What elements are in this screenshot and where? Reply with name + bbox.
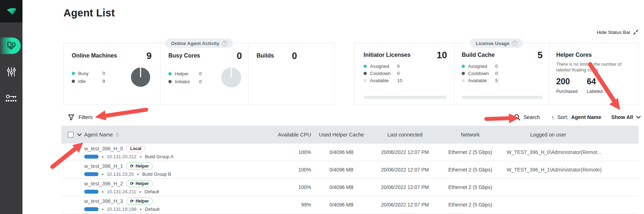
agent-ip: 10.131.23.25 [107, 171, 134, 177]
busy-cores-donut-chart [221, 68, 241, 88]
sort-button[interactable]: ↑↓ Sort: Agent Name [551, 114, 601, 120]
search-label: Search [523, 114, 540, 120]
purchased-label: Purchased [556, 89, 578, 94]
online-agent-activity-panel: Online Agent Activity ? Online Machines … [64, 43, 335, 105]
agent-group: Default [144, 189, 159, 194]
search-button[interactable]: Search [514, 114, 540, 121]
busy-cores-section: Busy Cores 0 Helper 0 Initiator 0 [160, 43, 248, 105]
initiator-dot [168, 80, 172, 83]
sort-direction-icon: ↑↓ [551, 114, 554, 120]
sidebar-item-agents[interactable] [0, 35, 22, 56]
select-all-checkbox[interactable] [68, 132, 73, 138]
sidebar-item-license[interactable] [0, 87, 22, 108]
cell-network: Ethernet 2 (5 Gbps) [439, 202, 502, 208]
initiator-licenses-section: Initiator Licenses 10 Assigned 0 Cooldow… [355, 43, 454, 105]
initiator-usage-bar [364, 96, 447, 99]
app-logo[interactable] [0, 0, 22, 23]
help-icon[interactable]: ? [222, 41, 227, 46]
legend-label: Cooldown [370, 71, 395, 76]
table-row[interactable]: w_test_396_H_0 ⟳ Local ◆ 10.131.20.212 ◆… [61, 144, 639, 161]
builds-section: Builds 0 [248, 43, 334, 105]
online-machines-legend: Busy 0 Idle 9 [72, 71, 105, 84]
column-header-used-helper-cache[interactable]: Used Helper Cache [312, 132, 371, 138]
table-body: w_test_396_H_0 ⟳ Local ◆ 10.131.20.212 ◆… [61, 144, 639, 214]
agent-group: Build Group A [145, 154, 173, 159]
chevron-down-icon [636, 116, 641, 119]
agents-icon [6, 41, 16, 50]
column-header-logged-on-user[interactable]: Logged on user [502, 132, 639, 138]
column-header-agent-name[interactable]: Agent Name [84, 132, 263, 138]
helper-recycle-icon: ⟳ [130, 164, 134, 168]
agent-status-bar [84, 207, 98, 211]
agent-name-link[interactable]: w_test_396_H_2 [84, 181, 123, 186]
activity-panel-label: Online Agent Activity ? [165, 39, 233, 48]
legend-value: 5 [495, 78, 543, 83]
column-header-network[interactable]: Network [439, 132, 502, 138]
cell-available-cpu: 100% [263, 184, 312, 190]
legend-label: Available [370, 78, 395, 83]
agent-name-link[interactable]: w_test_396_H_0 [84, 146, 123, 151]
helper-dot [168, 72, 172, 75]
legend-value: 0 [397, 64, 447, 69]
column-header-available-cpu[interactable]: Available CPU [263, 132, 312, 138]
legend-label: Available [468, 78, 493, 83]
purchased-value: 200 [556, 77, 578, 86]
cell-used-helper-cache: 0/4096 MB [312, 202, 371, 208]
collapse-icon [633, 29, 639, 35]
agent-status-bar [84, 155, 98, 159]
activity-panel-title: Online Agent Activity [171, 41, 219, 46]
badge-label: Helper [136, 181, 149, 186]
separator-icon: ◆ [137, 173, 139, 176]
cell-network: Ethernet 2 (5 Gbps) [439, 149, 502, 155]
key-dashes-icon [6, 100, 17, 101]
separator-icon: ◆ [102, 208, 103, 211]
separator-icon: ◆ [140, 155, 142, 158]
online-machines-section: Online Machines 9 Busy 0 Idle 9 [64, 43, 160, 105]
legend-value: 0 [102, 71, 105, 76]
build-cache-section: Build Cache 5 Assigned 0 Cooldown 0 Avai… [454, 43, 549, 105]
cell-logged-on-user: W_TEST_396_H_0\Administrator(Remot... [502, 149, 639, 155]
badge-label: Local [130, 146, 141, 151]
cooldown-dot [364, 72, 367, 75]
table-row[interactable]: w_test_396_H_3 ⟳ Helper ◆ 10.131.19.198 … [61, 196, 639, 214]
agent-name-link[interactable]: w_test_396_H_1 [84, 163, 123, 169]
hide-status-bar-button[interactable]: Hide Status Bar [597, 29, 639, 35]
legend-label: Busy [78, 71, 100, 76]
idle-dot [72, 80, 75, 83]
assigned-dot [462, 65, 465, 68]
column-header-last-connected[interactable]: Last connected [371, 132, 439, 138]
help-icon[interactable]: ? [512, 41, 517, 46]
available-dot [462, 79, 465, 82]
table-row[interactable]: w_test_396_H_2 ⟳ Helper ◆ 10.131.24.211 … [61, 179, 639, 196]
agent-ip: 10.131.20.212 [107, 154, 136, 159]
hide-status-bar-label: Hide Status Bar [597, 30, 630, 35]
legend-value: 0 [397, 71, 447, 76]
sidebar-item-settings[interactable] [0, 61, 22, 83]
legend-label: Assigned [468, 64, 493, 69]
purchased-stat: 200 Purchased [556, 77, 578, 94]
helper-recycle-icon: ⟳ [130, 181, 134, 186]
column-label: Agent Name [84, 132, 113, 138]
cell-last-connected: 20/06/2022 12:07 PM [371, 167, 439, 173]
cell-last-connected: 20/06/2022 12:07 PM [371, 149, 439, 155]
helper-cores-title: Helper Cores [556, 52, 633, 58]
sort-carets-icon [116, 133, 119, 137]
cell-available-cpu: 99% [263, 202, 312, 208]
sidebar [0, 0, 22, 214]
table-toolbar: Filters Search ↑↓ Sort: Agent Name Show … [61, 111, 641, 124]
busy-cores-title: Busy Cores [168, 53, 200, 59]
table-row[interactable]: w_test_396_H_1 ⟳ Helper ◆ 10.131.23.25 ◆… [61, 161, 639, 179]
agent-ip: 10.131.24.211 [107, 189, 136, 194]
cell-used-helper-cache: 0/4096 MB [312, 184, 371, 190]
legend-label: Assigned [370, 64, 395, 69]
search-icon [514, 114, 521, 121]
builds-value: 0 [292, 51, 297, 60]
cell-network: Ethernet 2 (5 Gbps) [439, 184, 502, 190]
initiator-licenses-legend: Assigned 0 Cooldown 0 Available 10 [364, 64, 447, 83]
cooldown-dot [462, 72, 465, 75]
select-options-chevron-icon[interactable] [77, 133, 82, 136]
agent-name-link[interactable]: w_test_396_H_3 [84, 198, 123, 204]
show-all-dropdown[interactable]: Show All [611, 114, 641, 120]
badge-label: Helper [136, 199, 149, 204]
filters-button[interactable]: Filters [68, 114, 92, 121]
